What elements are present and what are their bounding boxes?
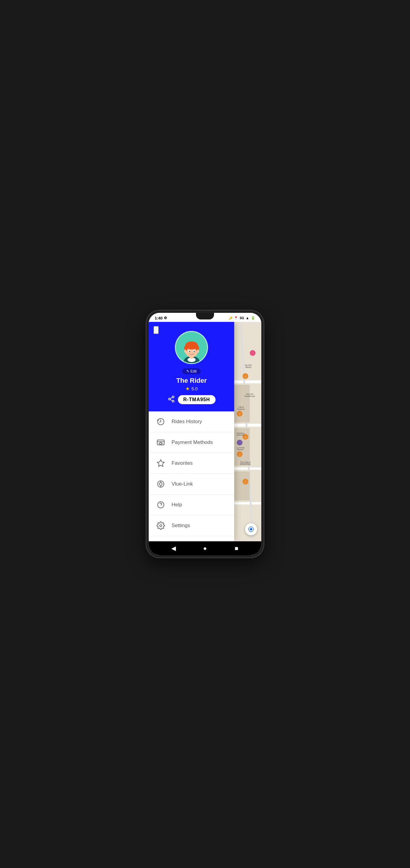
menu-item-rides-history[interactable]: Rides History xyxy=(149,411,234,432)
svg-text:🍴: 🍴 xyxy=(244,375,247,378)
svg-marker-70 xyxy=(157,460,164,466)
svg-point-72 xyxy=(159,483,162,485)
favorites-icon xyxy=(156,458,166,468)
svg-text:Market: Market xyxy=(245,366,252,368)
svg-line-62 xyxy=(170,399,172,401)
time-display: 1:40 xyxy=(155,316,163,320)
svg-point-40 xyxy=(250,528,252,530)
favorites-label: Favorites xyxy=(172,460,193,466)
menu-item-settings[interactable]: Settings xyxy=(149,516,234,536)
svg-point-67 xyxy=(160,442,162,444)
edit-label: Edit xyxy=(191,369,197,373)
pencil-icon: ✎ xyxy=(186,369,189,373)
menu-item-payment-methods[interactable]: Payment Methods xyxy=(149,432,234,453)
payment-methods-label: Payment Methods xyxy=(172,439,213,445)
vlue-link-icon xyxy=(156,479,166,489)
rating-value: 5.0 xyxy=(192,386,198,391)
share-icon[interactable] xyxy=(168,396,175,404)
key-icon: 🔑 xyxy=(229,316,232,320)
svg-text:Steakhouse: Steakhouse xyxy=(244,395,255,397)
referral-code: R-TMA95H xyxy=(178,395,215,404)
svg-point-57 xyxy=(184,349,186,352)
side-drawer: × xyxy=(149,322,234,541)
svg-line-63 xyxy=(170,397,172,398)
drawer-header: × xyxy=(149,322,234,411)
menu-item-help[interactable]: Help xyxy=(149,495,234,516)
status-time: 1:40 ⚙ xyxy=(155,316,167,320)
phone-frame: 1:40 ⚙ 🔑 📍 5G ▲ 🔋 xyxy=(146,310,264,558)
svg-text:🍴: 🍴 xyxy=(238,453,241,456)
vlue-link-label: Vlue-Link xyxy=(172,481,193,487)
help-icon xyxy=(156,500,166,510)
avatar xyxy=(175,331,208,364)
rating-row: ★ 5.0 xyxy=(185,386,198,392)
svg-text:Express: Express xyxy=(238,408,245,410)
payment-icon xyxy=(156,438,166,447)
svg-point-26 xyxy=(250,350,255,356)
star-icon: ★ xyxy=(185,386,190,392)
menu-item-vlue-link[interactable]: Vlue-Link xyxy=(149,474,234,495)
back-button[interactable]: ◀ xyxy=(168,543,179,554)
svg-text:Maison: Maison xyxy=(237,448,244,451)
drawer-menu: Rides History Payment Methods xyxy=(149,411,234,541)
close-button[interactable]: × xyxy=(153,326,159,334)
avatar-container xyxy=(175,331,208,364)
home-button[interactable]: ● xyxy=(200,543,210,554)
settings-icon xyxy=(156,521,166,530)
notch xyxy=(196,313,214,319)
edit-button[interactable]: ✎ Edit xyxy=(182,368,201,374)
help-label: Help xyxy=(172,502,182,508)
user-name: The Rider xyxy=(176,377,206,384)
status-right-icons: 🔑 📍 5G ▲ 🔋 xyxy=(229,316,255,320)
navigation-bar: ◀ ● ■ xyxy=(149,541,261,555)
settings-label: Settings xyxy=(172,523,190,529)
location-button[interactable] xyxy=(245,523,257,535)
svg-rect-10 xyxy=(232,385,250,423)
svg-point-27 xyxy=(237,440,242,445)
location-icon: 📍 xyxy=(234,316,238,320)
svg-text:Gourmet: Gourmet xyxy=(237,434,244,436)
rides-history-label: Rides History xyxy=(172,418,202,425)
history-icon xyxy=(156,417,166,427)
battery-icon: 🔋 xyxy=(251,316,255,320)
network-label: 5G xyxy=(240,316,244,320)
svg-point-75 xyxy=(158,502,164,508)
svg-text:🍴: 🍴 xyxy=(244,480,247,484)
svg-text:🍴: 🍴 xyxy=(238,412,241,415)
recent-apps-button[interactable]: ■ xyxy=(231,543,242,554)
svg-point-58 xyxy=(197,349,199,352)
version-text: 1.2.75 xyxy=(149,536,234,541)
svg-point-55 xyxy=(189,351,190,352)
settings-status-icon: ⚙ xyxy=(164,316,167,320)
app-content: Brickell Bay Dr SE 14th St 🍴 🍴 🍴 🍴 🍴 My xyxy=(149,322,261,541)
referral-row: R-TMA95H xyxy=(168,395,215,404)
svg-text:Brickell Bay: Brickell Bay xyxy=(240,463,251,465)
svg-point-56 xyxy=(194,351,195,352)
signal-icon: ▲ xyxy=(246,316,249,320)
svg-rect-13 xyxy=(232,471,250,500)
svg-point-77 xyxy=(160,525,162,527)
menu-item-favorites[interactable]: Favorites xyxy=(149,453,234,474)
